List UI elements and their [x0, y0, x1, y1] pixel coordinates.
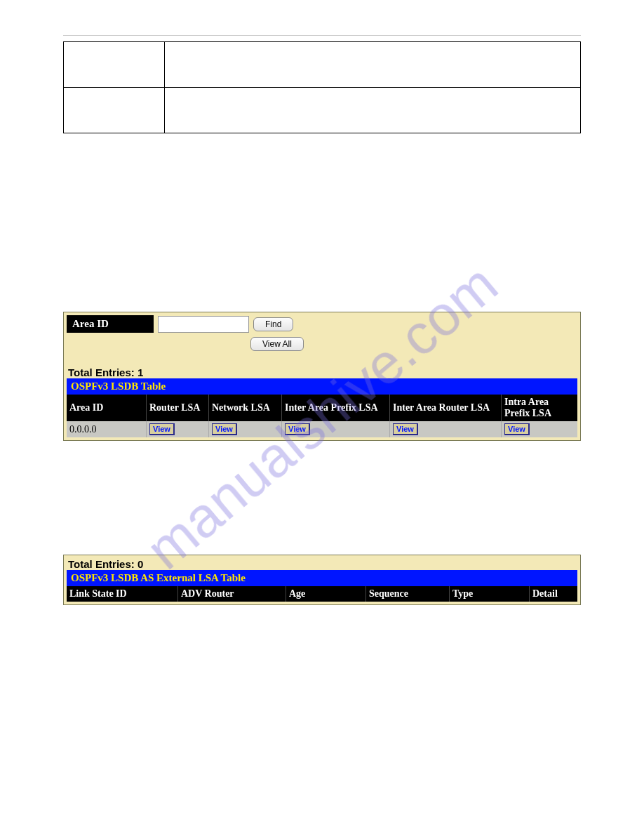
col-header: Detail: [530, 586, 578, 602]
view-button[interactable]: View: [393, 423, 418, 435]
col-header: Intra Area Prefix LSA: [502, 395, 578, 421]
lsdb-table: OSPFv3 LSDB Table Area ID Router LSA Net…: [67, 378, 577, 437]
view-button[interactable]: View: [285, 423, 310, 435]
info-row: [64, 42, 581, 88]
table-header-row: Link State ID ADV Router Age Sequence Ty…: [67, 586, 577, 602]
table-title: OSPFv3 LSDB AS External LSA Table: [67, 570, 577, 586]
col-header: Network LSA: [209, 395, 282, 421]
intra-area-prefix-cell: View: [502, 421, 578, 437]
page-content: Area ID Find View All Total Entries: 1 O…: [0, 0, 644, 639]
col-header: Link State ID: [67, 586, 178, 602]
col-header: Age: [286, 586, 366, 602]
external-lsa-table: OSPFv3 LSDB AS External LSA Table Link S…: [67, 570, 577, 602]
col-header: Sequence: [366, 586, 450, 602]
lsdb-panel: Area ID Find View All Total Entries: 1 O…: [63, 312, 581, 441]
table-row: 0.0.0.0 View View View View View: [67, 421, 577, 437]
table-title-row: OSPFv3 LSDB AS External LSA Table: [67, 570, 577, 586]
table-title-row: OSPFv3 LSDB Table: [67, 378, 577, 395]
area-id-cell: 0.0.0.0: [67, 421, 147, 437]
view-button[interactable]: View: [149, 423, 175, 435]
table-header-row: Area ID Router LSA Network LSA Inter Are…: [67, 395, 577, 421]
col-header: ADV Router: [178, 586, 286, 602]
top-rule: [63, 35, 581, 36]
view-all-button[interactable]: View All: [250, 337, 304, 351]
area-id-input[interactable]: [158, 316, 249, 333]
inter-area-router-cell: View: [390, 421, 502, 437]
info-cell: [165, 88, 581, 133]
find-button[interactable]: Find: [253, 317, 293, 331]
info-cell: [64, 42, 165, 88]
area-id-label: Area ID: [67, 315, 154, 333]
view-button[interactable]: View: [504, 423, 530, 435]
info-row: [64, 88, 581, 133]
external-lsa-panel: Total Entries: 0 OSPFv3 LSDB AS External…: [63, 555, 581, 605]
info-table: [63, 41, 581, 133]
router-lsa-cell: View: [147, 421, 209, 437]
inter-area-prefix-cell: View: [282, 421, 390, 437]
total-entries-label: Total Entries: 1: [67, 366, 577, 378]
col-header: Router LSA: [147, 395, 209, 421]
col-header: Inter Area Router LSA: [390, 395, 502, 421]
col-header: Type: [450, 586, 530, 602]
table-title: OSPFv3 LSDB Table: [67, 378, 577, 395]
view-button[interactable]: View: [212, 423, 237, 435]
col-header: Inter Area Prefix LSA: [282, 395, 390, 421]
info-cell: [64, 88, 165, 133]
info-cell: [165, 42, 581, 88]
search-row: Area ID Find: [67, 315, 577, 333]
network-lsa-cell: View: [209, 421, 282, 437]
total-entries-label: Total Entries: 0: [67, 558, 577, 570]
col-header: Area ID: [67, 395, 147, 421]
